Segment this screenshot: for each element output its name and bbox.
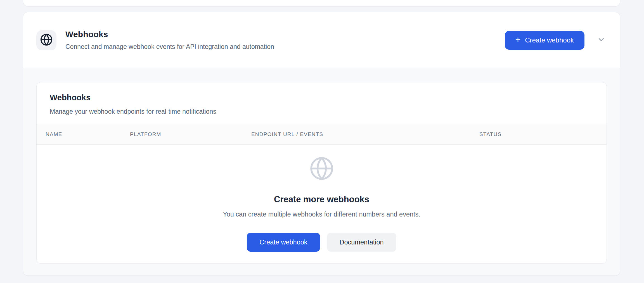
empty-state-actions: Create webhook Documentation [247, 233, 396, 252]
globe-icon [309, 156, 334, 182]
previous-card-partial [23, 0, 620, 6]
webhooks-card: Webhooks Connect and manage webhook even… [23, 12, 620, 276]
globe-icon-tile [36, 30, 56, 50]
panel-subtitle: Manage your webhook endpoints for real-t… [50, 108, 593, 115]
column-header-name: NAME [46, 131, 130, 137]
page-title: Webhooks [65, 30, 274, 39]
webhooks-empty-state: Create more webhooks You can create mult… [37, 145, 607, 261]
webhooks-table-header: NAME PLATFORM ENDPOINT URL / EVENTS STAT… [37, 124, 607, 145]
empty-state-description: You can create multiple webhooks for dif… [223, 211, 420, 218]
documentation-button[interactable]: Documentation [327, 233, 396, 252]
webhooks-panel: Webhooks Manage your webhook endpoints f… [36, 82, 607, 264]
empty-state-title: Create more webhooks [274, 194, 369, 204]
header-text-block: Webhooks Connect and manage webhook even… [65, 30, 274, 51]
column-header-platform: PLATFORM [130, 131, 251, 137]
collapse-toggle-button[interactable] [596, 35, 607, 46]
webhooks-card-header: Webhooks Connect and manage webhook even… [23, 12, 620, 68]
column-header-status: STATUS [479, 131, 607, 137]
page-subtitle: Connect and manage webhook events for AP… [65, 43, 274, 51]
create-webhook-button-secondary[interactable]: Create webhook [247, 233, 320, 252]
globe-icon [40, 33, 53, 47]
webhooks-panel-header: Webhooks Manage your webhook endpoints f… [37, 82, 607, 124]
header-actions: + Create webhook [505, 31, 607, 50]
chevron-down-icon [597, 35, 605, 45]
plus-icon: + [515, 35, 521, 44]
column-header-endpoint: ENDPOINT URL / EVENTS [251, 131, 479, 137]
panel-title: Webhooks [50, 93, 593, 102]
create-webhook-button[interactable]: + Create webhook [505, 31, 584, 50]
create-webhook-button-label: Create webhook [525, 36, 574, 44]
